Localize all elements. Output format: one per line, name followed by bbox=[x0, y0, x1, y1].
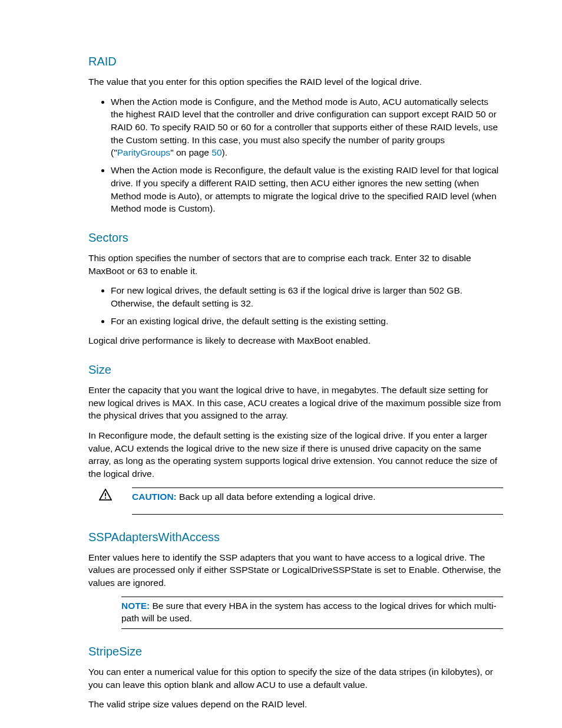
link-page-50[interactable]: 50 bbox=[211, 147, 222, 157]
raid-intro: The value that you enter for this option… bbox=[88, 75, 503, 88]
sectors-outro: Logical drive performance is likely to d… bbox=[88, 334, 503, 347]
raid-bullet-text: " on page bbox=[170, 147, 211, 157]
section-stripe: StripeSize You can enter a numerical val… bbox=[88, 643, 503, 711]
list-item: When the Action mode is Configure, and t… bbox=[111, 95, 503, 159]
note-label: NOTE: bbox=[121, 601, 150, 611]
size-p1: Enter the capacity that you want the log… bbox=[88, 384, 503, 422]
svg-point-1 bbox=[105, 498, 106, 499]
list-item: For new logical drives, the default sett… bbox=[111, 284, 503, 309]
section-ssp: SSPAdaptersWithAccess Enter values here … bbox=[88, 529, 503, 629]
heading-size: Size bbox=[88, 361, 503, 378]
section-sectors: Sectors This option specifies the number… bbox=[88, 229, 503, 347]
heading-sectors: Sectors bbox=[88, 229, 503, 246]
ssp-p1: Enter values here to identify the SSP ad… bbox=[88, 551, 503, 589]
sectors-list: For new logical drives, the default sett… bbox=[88, 284, 503, 327]
section-size: Size Enter the capacity that you want th… bbox=[88, 361, 503, 515]
stripe-p1: You can enter a numerical value for this… bbox=[88, 666, 503, 691]
section-raid: RAID The value that you enter for this o… bbox=[88, 53, 503, 215]
raid-list: When the Action mode is Configure, and t… bbox=[88, 95, 503, 215]
document-page: RAID The value that you enter for this o… bbox=[0, 0, 562, 728]
caution-icon bbox=[88, 487, 132, 504]
caution-block: CAUTION: Back up all data before extendi… bbox=[88, 487, 503, 515]
raid-bullet-text: ). bbox=[222, 147, 227, 157]
note-body: NOTE: Be sure that every HBA in the syst… bbox=[121, 597, 503, 629]
caution-body: CAUTION: Back up all data before extendi… bbox=[132, 487, 503, 515]
caution-text: Back up all data before extending a logi… bbox=[177, 492, 376, 502]
note-text: Be sure that every HBA in the system has… bbox=[121, 601, 497, 624]
list-item: When the Action mode is Reconfigure, the… bbox=[111, 164, 503, 215]
size-p2: In Reconfigure mode, the default setting… bbox=[88, 429, 503, 480]
heading-ssp: SSPAdaptersWithAccess bbox=[88, 529, 503, 545]
caution-label: CAUTION: bbox=[132, 492, 177, 502]
note-block: NOTE: Be sure that every HBA in the syst… bbox=[88, 597, 503, 629]
heading-stripe: StripeSize bbox=[88, 643, 503, 660]
list-item: For an existing logical drive, the defau… bbox=[111, 315, 503, 328]
sectors-intro: This option specifies the number of sect… bbox=[88, 252, 503, 277]
link-paritygroups[interactable]: ParityGroups bbox=[117, 147, 170, 157]
stripe-p2: The valid stripe size values depend on t… bbox=[88, 698, 503, 711]
heading-raid: RAID bbox=[88, 53, 503, 70]
